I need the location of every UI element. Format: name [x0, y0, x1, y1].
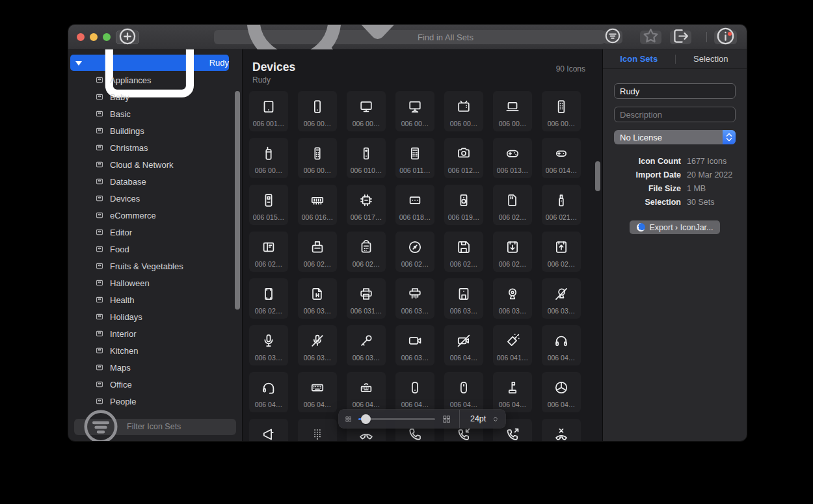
icon-cell[interactable]: 006 02… — [298, 232, 337, 272]
sidebar-item-rudy-folder[interactable]: Rudy — [70, 55, 229, 71]
icon-cell[interactable]: 006 04… — [444, 372, 483, 412]
icon-cell[interactable]: 006 011… — [395, 138, 434, 178]
icon-cell[interactable]: 006 04… — [542, 372, 581, 412]
icon-cell[interactable]: 006 031… — [347, 278, 386, 319]
icon-cell[interactable]: 006 04… — [298, 372, 337, 412]
icon-cell[interactable]: 006 03… — [444, 278, 483, 319]
sidebar-item-devices[interactable]: Devices — [68, 190, 242, 207]
icon-cell[interactable]: 006 02… — [542, 232, 581, 272]
icon-cell[interactable]: 006 019… — [444, 185, 483, 225]
icon-cell[interactable]: 006 03… — [298, 278, 337, 319]
pc-tower-icon — [260, 192, 277, 209]
filter-icon-sets-field[interactable] — [74, 419, 236, 435]
icon-cell[interactable]: 006 00… — [395, 91, 434, 131]
icon-cell[interactable]: 006 02… — [493, 232, 532, 272]
sidebar-item-health[interactable]: Health — [68, 291, 242, 308]
sidebar-item-cloud-network[interactable]: Cloud & Network — [68, 156, 242, 173]
filter-input[interactable] — [127, 422, 232, 431]
sidebar-item-database[interactable]: Database — [68, 173, 242, 190]
icon-cell[interactable]: 006 03… — [249, 325, 288, 365]
notification-dot — [728, 32, 732, 36]
flashlight-icon — [504, 332, 521, 349]
disclosure-triangle-icon[interactable] — [75, 61, 82, 66]
icon-cell[interactable]: 006 02… — [444, 232, 483, 272]
icon-size-slider[interactable] — [358, 414, 435, 424]
icon-cell[interactable]: 006 03… — [395, 278, 434, 319]
search-input[interactable] — [418, 33, 600, 42]
search-filter-button[interactable] — [603, 31, 622, 44]
icon-cell[interactable]: 006 017… — [347, 185, 386, 225]
icon-cell[interactable]: 006 03… — [298, 325, 337, 365]
bezel-icon — [260, 285, 277, 302]
sidebar-item-kitchen[interactable]: Kitchen — [68, 342, 242, 359]
icon-cell[interactable]: 006 04… — [395, 372, 434, 412]
icon-cell[interactable]: 006 010… — [347, 138, 386, 178]
global-search-field[interactable] — [214, 30, 605, 44]
icon-cell[interactable]: 006 03… — [395, 325, 434, 365]
sidebar-item-halloween[interactable]: Halloween — [68, 274, 242, 291]
sidebar-item-editor[interactable]: Editor — [68, 224, 242, 241]
zoom-window-button[interactable] — [103, 33, 111, 41]
icon-cell[interactable]: 006 03… — [542, 278, 581, 319]
icon-cell[interactable]: 006 02… — [347, 232, 386, 272]
set-description-field[interactable] — [614, 107, 736, 122]
sidebar-item-ecommerce[interactable]: eCommerce — [68, 207, 242, 224]
icon-cell[interactable]: 006 00… — [298, 138, 337, 178]
icon-cell[interactable]: 006 04… — [249, 372, 288, 412]
slider-knob[interactable] — [361, 414, 371, 424]
icon-cell[interactable]: 006 04… — [493, 372, 532, 412]
sidebar-item-food[interactable]: Food — [68, 241, 242, 258]
icon-cell[interactable] — [249, 419, 288, 441]
icon-cell[interactable]: 006 00… — [444, 91, 483, 131]
icon-cell[interactable] — [542, 419, 581, 441]
tab-selection[interactable]: Selection — [675, 54, 747, 64]
icon-cell[interactable]: 006 018… — [395, 185, 434, 225]
tab-icon-sets[interactable]: Icon Sets — [603, 54, 675, 64]
icon-cell[interactable]: 006 02… — [395, 232, 434, 272]
icon-cell[interactable]: 006 001… — [249, 91, 288, 131]
icon-cell[interactable]: 006 02… — [249, 232, 288, 272]
main-scrollbar-thumb[interactable] — [595, 161, 600, 191]
icon-cell[interactable]: 006 013… — [493, 138, 532, 178]
sidebar-item-interior[interactable]: Interior — [68, 325, 242, 342]
icon-cell[interactable]: 006 04… — [444, 325, 483, 365]
icon-cell[interactable]: 006 02… — [249, 278, 288, 319]
sidebar-item-buildings[interactable]: Buildings — [68, 122, 242, 139]
add-set-button[interactable] — [116, 31, 139, 44]
icon-set-box-icon — [94, 126, 105, 136]
icon-cell[interactable]: 006 015… — [249, 185, 288, 225]
sidebar-item-christmas[interactable]: Christmas — [68, 139, 242, 156]
close-window-button[interactable] — [77, 33, 85, 41]
icon-cell[interactable]: 006 021… — [542, 185, 581, 225]
icon-cell[interactable]: 006 00… — [542, 91, 581, 131]
sidebar-item-maps[interactable]: Maps — [68, 359, 242, 376]
sidebar-item-fruits-vegetables[interactable]: Fruits & Vegetables — [68, 258, 242, 274]
sidebar-scrollbar-thumb[interactable] — [235, 91, 240, 310]
icon-cell[interactable]: 006 02… — [493, 185, 532, 225]
icon-cell[interactable] — [298, 419, 337, 441]
sidebar-item-holidays[interactable]: Holidays — [68, 308, 242, 325]
export-toolbar-button[interactable] — [670, 31, 691, 44]
set-name-field[interactable] — [614, 83, 736, 99]
favorite-button[interactable] — [640, 31, 661, 44]
sidebar-item-office[interactable]: Office — [68, 376, 242, 393]
info-panel-button[interactable] — [714, 31, 737, 44]
icon-cell[interactable]: 006 04… — [542, 325, 581, 365]
point-size-stepper[interactable] — [492, 415, 500, 423]
icon-cell[interactable]: 006 03… — [493, 278, 532, 319]
dropdown-stepper[interactable] — [723, 130, 736, 144]
minimize-window-button[interactable] — [90, 33, 98, 41]
icon-cell[interactable]: 006 00… — [249, 138, 288, 178]
icon-cell[interactable]: 006 014… — [542, 138, 581, 178]
icon-cell[interactable]: 006 016… — [298, 185, 337, 225]
export-iconjar-button[interactable]: Export › IconJar... — [630, 220, 721, 234]
icon-cell-label: 006 03… — [401, 354, 429, 362]
icon-cell[interactable]: 006 03… — [347, 325, 386, 365]
icon-cell[interactable]: 006 041… — [493, 325, 532, 365]
icon-cell[interactable]: 006 04… — [347, 372, 386, 412]
icon-cell[interactable]: 006 012… — [444, 138, 483, 178]
icon-cell[interactable]: 006 00… — [298, 91, 337, 131]
icon-cell[interactable]: 006 00… — [493, 91, 532, 131]
license-dropdown[interactable]: No License — [614, 130, 736, 144]
icon-cell[interactable]: 006 00… — [347, 91, 386, 131]
